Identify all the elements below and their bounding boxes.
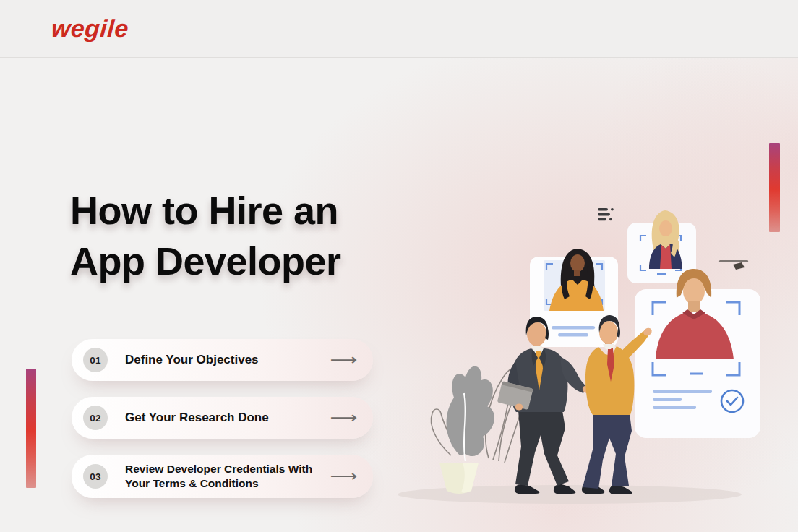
steps-list: 01 Define Your Objectives ⟶ 02 Get Your … — [72, 339, 373, 498]
hiring-illustration — [390, 116, 798, 532]
step-number-badge: 03 — [83, 464, 108, 489]
left-accent-bar — [26, 369, 36, 488]
arrow-right-icon[interactable]: ⟶ — [330, 351, 358, 369]
wegile-logo[interactable]: wegile — [51, 14, 130, 43]
arrow-right-icon[interactable]: ⟶ — [330, 467, 358, 486]
step-number-badge: 01 — [83, 348, 108, 372]
page-title-line1: How to Hire an — [70, 189, 338, 232]
step-number-badge: 02 — [83, 406, 108, 430]
step-label: Define Your Objectives — [125, 352, 332, 368]
step-card-define-objectives[interactable]: 01 Define Your Objectives ⟶ — [72, 339, 373, 381]
page-title-line2: App Developer — [70, 239, 341, 283]
step-label: Review Developer Credentials With Your T… — [125, 462, 332, 492]
step-card-research[interactable]: 02 Get Your Research Done ⟶ — [72, 397, 373, 439]
list-icon — [598, 208, 614, 220]
page: wegile How to Hire an App Developer 01 D… — [0, 0, 798, 532]
step-card-review-credentials[interactable]: 03 Review Developer Credentials With You… — [72, 455, 373, 498]
main-content: How to Hire an App Developer 01 Define Y… — [0, 58, 798, 532]
page-title: How to Hire an App Developer — [70, 185, 410, 286]
arrow-right-icon[interactable]: ⟶ — [330, 408, 358, 427]
step-label: Get Your Research Done — [125, 410, 332, 426]
profile-card-man-large — [635, 269, 760, 438]
cursor-icon — [719, 260, 748, 270]
top-navbar: wegile — [0, 0, 798, 58]
